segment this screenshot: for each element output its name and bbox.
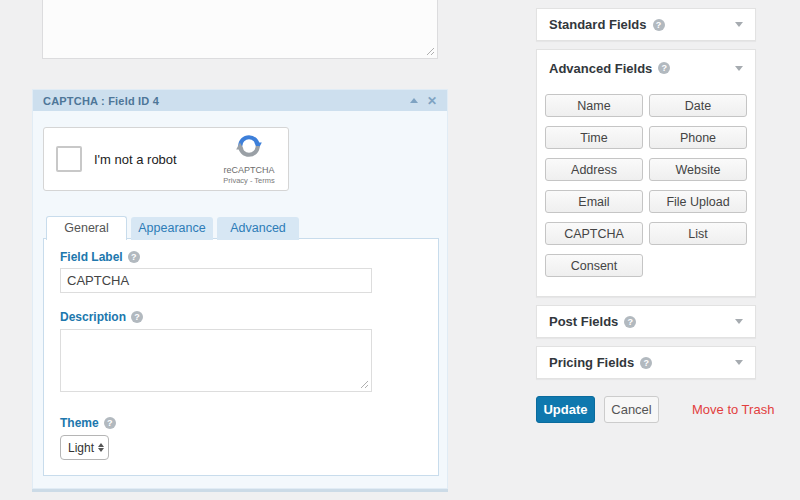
advanced-fields-panel: Advanced Fields ? NameDateTimePhoneAddre… <box>536 49 756 297</box>
tab-appearance[interactable]: Appearance <box>131 217 213 240</box>
field-label-text: Field Label <box>60 250 123 264</box>
theme-label: Theme ? <box>60 416 116 430</box>
advanced-fields-help-icon[interactable]: ? <box>658 62 670 74</box>
collapse-icon[interactable] <box>410 98 418 103</box>
post-fields-panel: Post Fields ? <box>536 305 756 338</box>
recaptcha-widget: I'm not a robot reCAPTCHA Privacy - Term… <box>43 127 289 191</box>
field-label-input[interactable] <box>60 268 372 293</box>
field-button[interactable]: Time <box>545 126 643 149</box>
chevron-down-icon[interactable] <box>735 22 743 27</box>
general-tab-content: Field Label ? Description ? Theme ? Ligh… <box>43 238 439 476</box>
advanced-fields-title: Advanced Fields <box>549 61 652 76</box>
chevron-down-icon[interactable] <box>735 319 743 324</box>
recaptcha-icon <box>235 132 263 160</box>
field-label-label: Field Label ? <box>60 250 140 264</box>
post-fields-header[interactable]: Post Fields ? <box>537 306 755 337</box>
recaptcha-privacy-terms-links[interactable]: Privacy - Terms <box>218 176 280 185</box>
theme-label-text: Theme <box>60 416 99 430</box>
top-textarea[interactable] <box>42 0 438 59</box>
field-button[interactable]: List <box>649 222 747 245</box>
recaptcha-logo: reCAPTCHA Privacy - Terms <box>218 132 280 186</box>
post-fields-title: Post Fields <box>549 314 618 329</box>
advanced-fields-buttons: NameDateTimePhoneAddressWebsiteEmailFile… <box>537 86 755 277</box>
close-icon[interactable]: ✕ <box>427 95 437 107</box>
pricing-fields-header[interactable]: Pricing Fields ? <box>537 347 755 378</box>
field-settings-tabs: General Appearance Advanced <box>46 216 299 240</box>
description-label-text: Description <box>60 310 126 324</box>
resize-handle-icon[interactable] <box>426 47 435 56</box>
description-textarea[interactable] <box>60 329 372 392</box>
description-label: Description ? <box>60 310 143 324</box>
captcha-field-editor-panel: CAPTCHA : Field ID 4 ✕ I'm not a robot r… <box>32 89 448 489</box>
standard-fields-header[interactable]: Standard Fields ? <box>537 9 755 40</box>
field-button[interactable]: Date <box>649 94 747 117</box>
form-editor-page: CAPTCHA : Field ID 4 ✕ I'm not a robot r… <box>0 0 800 500</box>
field-button[interactable]: Website <box>649 158 747 181</box>
standard-fields-help-icon[interactable]: ? <box>653 19 665 31</box>
cancel-button[interactable]: Cancel <box>604 396 659 423</box>
field-button[interactable]: File Upload <box>649 190 747 213</box>
tab-advanced[interactable]: Advanced <box>217 217 299 240</box>
pricing-fields-help-icon[interactable]: ? <box>640 357 652 369</box>
pricing-fields-title: Pricing Fields <box>549 355 634 370</box>
post-fields-help-icon[interactable]: ? <box>624 316 636 328</box>
recaptcha-label: I'm not a robot <box>94 152 177 167</box>
standard-fields-panel: Standard Fields ? <box>536 8 756 41</box>
select-arrows-icon <box>98 443 104 452</box>
field-button[interactable]: CAPTCHA <box>545 222 643 245</box>
theme-select[interactable]: Light <box>60 435 109 460</box>
move-to-trash-link[interactable]: Move to Trash <box>692 396 774 423</box>
theme-select-value: Light <box>68 441 94 455</box>
advanced-fields-header[interactable]: Advanced Fields ? <box>537 50 755 86</box>
field-button[interactable]: Phone <box>649 126 747 149</box>
field-button[interactable]: Email <box>545 190 643 213</box>
field-header-icons: ✕ <box>410 95 437 107</box>
field-button[interactable]: Name <box>545 94 643 117</box>
tab-general[interactable]: General <box>46 216 127 240</box>
field-button[interactable]: Address <box>545 158 643 181</box>
theme-help-icon[interactable]: ? <box>104 417 116 429</box>
chevron-down-icon[interactable] <box>735 66 743 71</box>
description-help-icon[interactable]: ? <box>131 311 143 323</box>
field-button[interactable]: Consent <box>545 254 643 277</box>
standard-fields-title: Standard Fields <box>549 17 647 32</box>
field-header-title: CAPTCHA : Field ID 4 <box>43 95 159 107</box>
recaptcha-brand-text: reCAPTCHA <box>218 165 280 176</box>
chevron-down-icon[interactable] <box>735 360 743 365</box>
update-button[interactable]: Update <box>536 396 595 423</box>
recaptcha-checkbox[interactable] <box>56 146 82 172</box>
pricing-fields-panel: Pricing Fields ? <box>536 346 756 379</box>
field-label-help-icon[interactable]: ? <box>128 251 140 263</box>
resize-handle-icon[interactable] <box>360 380 369 389</box>
field-header[interactable]: CAPTCHA : Field ID 4 ✕ <box>33 90 447 111</box>
